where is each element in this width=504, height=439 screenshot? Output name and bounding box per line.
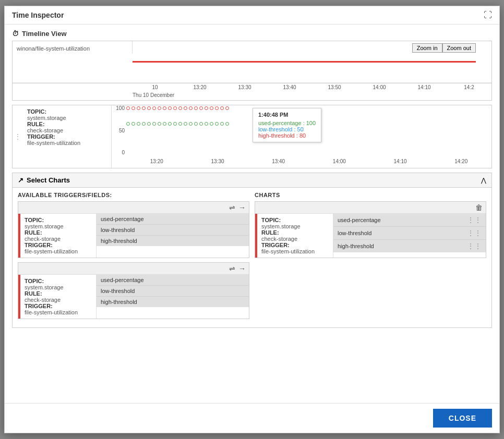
share-icon-2[interactable]: ⇌	[229, 264, 235, 273]
zoom-out-button[interactable]: Zoom out	[442, 43, 476, 53]
dot-green	[131, 122, 135, 126]
chart-card-topic-label: TOPIC:	[261, 217, 281, 223]
dot-red	[126, 106, 130, 110]
dot-green	[225, 122, 229, 126]
field-item[interactable]: high-threshold	[97, 236, 249, 246]
dot-green	[126, 122, 130, 126]
card1-rule-label: RULE:	[25, 229, 42, 236]
chart-section: ⋮ TOPIC: system.storage RULE: check-stor…	[12, 105, 492, 168]
chart-card-trigger-value: file-system-utilization	[261, 248, 315, 254]
field-item[interactable]: low-threshold	[97, 286, 249, 297]
trend-icon: ↗	[18, 176, 23, 184]
arrow-icon-2[interactable]: →	[238, 264, 246, 273]
card1-trigger-value: file-system-utilization	[25, 248, 78, 254]
two-col-layout: AVAILABLE TRIGGERS/FIELDS: ⇌ → TOPIC: sy…	[18, 192, 486, 323]
zoom-in-button[interactable]: Zoom in	[412, 43, 442, 53]
modal-header: Time Inspector ⛶	[5, 6, 499, 25]
card1-topic-label: TOPIC:	[25, 217, 44, 223]
card2-trigger-value: file-system-utilization	[25, 309, 78, 315]
field-item[interactable]: used-percentage	[97, 214, 249, 225]
field-item[interactable]: high-threshold	[97, 297, 249, 307]
select-charts-header[interactable]: ↗ Select Charts ⋀	[12, 173, 492, 188]
chart-field-item-0[interactable]: used-percentage ⋮⋮	[333, 214, 486, 227]
charts-card-body: TOPIC: system.storage RULE: check-storag…	[255, 214, 486, 258]
charts-card-fields: used-percentage ⋮⋮ low-threshold ⋮⋮ high…	[333, 214, 486, 258]
field-item[interactable]: used-percentage	[97, 275, 249, 286]
dot-red	[220, 106, 224, 110]
dot-red	[205, 106, 208, 110]
tooltip-high-label: high-threshold	[258, 132, 295, 139]
x-tick-3: 14:00	[309, 155, 370, 168]
tick-1: 13:20	[177, 83, 222, 91]
y-50: 50	[119, 128, 125, 133]
dot-red	[215, 106, 219, 110]
charts-header: CHARTS	[255, 192, 486, 198]
chart-field-item-2[interactable]: high-threshold ⋮⋮	[333, 240, 486, 252]
y-100: 100	[116, 105, 125, 111]
dot-red	[152, 106, 156, 110]
trigger-card-2-body: TOPIC: system.storage RULE: check-storag…	[18, 275, 249, 319]
chart-tooltip: 1:40:48 PM used-percentage : 100 low-thr…	[253, 108, 321, 142]
trigger-card-2-meta: TOPIC: system.storage RULE: check-storag…	[18, 275, 97, 319]
dot-green	[147, 122, 151, 126]
dot-red	[168, 106, 172, 110]
timeline-container: winona/file-system-utilization Zoom in Z…	[12, 41, 492, 101]
chart-field-item-1[interactable]: low-threshold ⋮⋮	[333, 227, 486, 240]
timeline-title: Timeline View	[22, 30, 67, 38]
select-charts-title: Select Charts	[27, 176, 70, 184]
available-header: AVAILABLE TRIGGERS/FIELDS:	[18, 192, 249, 198]
tick-6: 14:10	[402, 83, 447, 91]
card1-trigger-label: TRIGGER:	[25, 242, 53, 248]
dot-green	[173, 122, 177, 126]
chart-drag-handle[interactable]: ⋮	[13, 105, 23, 168]
chart-field-label-2: high-threshold	[338, 243, 374, 249]
card2-trigger-label: TRIGGER:	[25, 303, 53, 309]
x-tick-2: 13:40	[248, 155, 309, 168]
expand-icon[interactable]: ⛶	[484, 10, 492, 20]
timeline-zoom-buttons: Zoom in Zoom out	[412, 43, 476, 53]
modal-body: ⏱ Timeline View winona/file-system-utili…	[5, 25, 499, 403]
chart-rule-label: RULE:	[27, 121, 107, 127]
tick-4: 13:50	[312, 83, 357, 91]
chart-topic-label: TOPIC:	[27, 108, 107, 115]
delete-icon[interactable]: 🗑	[475, 203, 483, 212]
timeline-red-line	[133, 61, 476, 63]
dot-green	[194, 122, 198, 126]
tooltip-time: 1:40:48 PM	[258, 112, 316, 118]
dot-red	[131, 106, 135, 110]
card2-topic-label: TOPIC:	[25, 278, 44, 284]
dot-red	[142, 106, 146, 110]
timeline-date: Thu 10 December	[13, 91, 491, 100]
dot-green	[168, 122, 172, 126]
dot-red	[194, 106, 198, 110]
dot-green	[220, 122, 224, 126]
charts-col: CHARTS 🗑 TOPIC: system.storage RULE: che…	[255, 192, 486, 323]
dot-green	[158, 122, 161, 126]
field-item[interactable]: low-threshold	[97, 225, 249, 236]
drag-handle-1[interactable]: ⋮⋮	[467, 229, 482, 237]
trigger-card-1-meta: TOPIC: system.storage RULE: check-storag…	[18, 214, 97, 258]
drag-handle-0[interactable]: ⋮⋮	[467, 216, 482, 224]
tick-3: 13:40	[267, 83, 312, 91]
x-tick-5: 14:20	[430, 155, 491, 168]
tooltip-used-value: 100	[306, 120, 316, 126]
trigger-card-2-fields: used-percentage low-threshold high-thres…	[97, 275, 249, 319]
dot-green	[189, 122, 193, 126]
y-0: 0	[122, 150, 125, 155]
arrow-icon-1[interactable]: →	[238, 203, 246, 212]
y-axis: 100 50 0	[112, 105, 126, 155]
dot-red	[225, 106, 229, 110]
chart-topic-value: system.storage	[27, 115, 107, 121]
close-button[interactable]: CLOSE	[433, 409, 492, 428]
tick-5: 14:00	[357, 83, 402, 91]
dot-green	[210, 122, 213, 126]
dot-red	[158, 106, 161, 110]
share-icon-1[interactable]: ⇌	[229, 203, 235, 212]
trigger-card-1-fields: used-percentage low-threshold high-thres…	[97, 214, 249, 258]
chart-card-topic-value: system.storage	[261, 223, 301, 229]
timeline-row: winona/file-system-utilization Zoom in Z…	[13, 41, 491, 83]
dot-green	[184, 122, 187, 126]
drag-handle-2[interactable]: ⋮⋮	[467, 242, 482, 250]
tooltip-used-label: used-percentage	[258, 120, 302, 126]
tooltip-low-label: low-threshold	[258, 126, 292, 132]
